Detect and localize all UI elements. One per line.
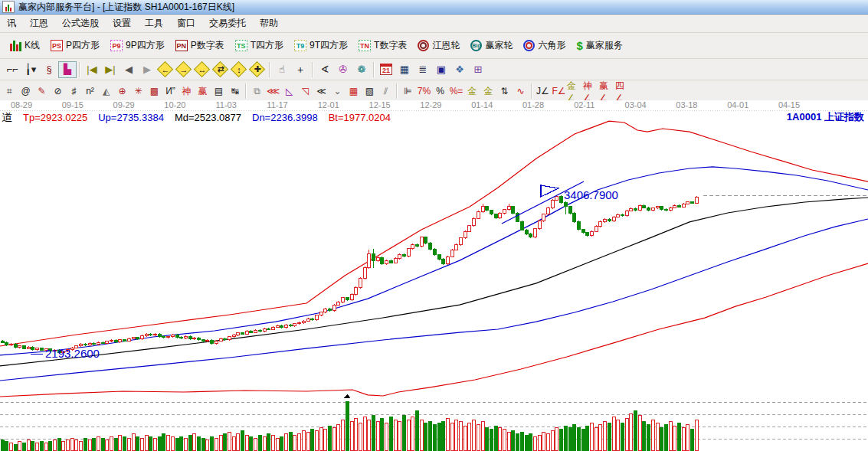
last-bar-icon[interactable]: ▶| (101, 61, 120, 78)
menu-news[interactable]: 讯 (0, 15, 23, 32)
swap-bars-icon[interactable]: ⇄ (211, 61, 230, 78)
tool-9p-square-label: 9P四方形 (126, 39, 165, 52)
tool-9p-square[interactable]: P99P四方形 (105, 36, 170, 55)
shen-tool-icon[interactable]: 神 (179, 84, 195, 99)
flag-pen-icon[interactable]: ⇅ (496, 84, 513, 99)
title-bar[interactable]: 赢家内部服务平台] - [上证指数 SH1A0001-167日K线] (0, 0, 868, 15)
star-cross-icon[interactable]: ✳ (130, 84, 146, 99)
k-wave-icon[interactable]: И” (162, 84, 179, 99)
tool-p-square-icon: PS (51, 40, 63, 51)
percent-icon[interactable]: % (432, 84, 448, 99)
save-icon[interactable]: ▣ (432, 61, 450, 78)
slashes-icon[interactable]: ⫽ (378, 84, 394, 99)
angle-flag-icon[interactable]: ◭ (98, 84, 114, 99)
tool-winner-service[interactable]: $赢家服务 (571, 36, 627, 55)
pivot-low-label: 2193.2600 (45, 347, 100, 360)
menu-gann[interactable]: 江恩 (23, 15, 55, 32)
ladder-lines-icon[interactable]: ⊫ (400, 84, 416, 99)
ying-tool-icon[interactable]: 赢 (195, 84, 211, 99)
magic-tool-icon[interactable]: ✇ (334, 61, 352, 78)
spiral-icon[interactable]: @ (18, 84, 34, 99)
brush-icon[interactable]: ✎ (34, 84, 50, 99)
indicator-value: Md=2523.0877 (175, 112, 241, 123)
tool-t-number-table[interactable]: TNT数字表 (353, 36, 412, 55)
grid-arrow-icon[interactable]: ▨ (362, 84, 378, 99)
tool-gann-wheel[interactable]: 江恩轮 (412, 36, 465, 55)
percent-strike-icon[interactable]: 7% (416, 84, 432, 99)
menu-help[interactable]: 帮助 (253, 15, 285, 32)
tool-9p-square-icon: P9 (110, 40, 123, 51)
fan-rays-icon[interactable]: ⋘ (265, 84, 281, 99)
pan-left-icon[interactable]: ← (156, 61, 175, 78)
circle-cross-icon[interactable]: ⊕ (114, 84, 130, 99)
grid-red-icon[interactable]: ▦ (346, 84, 362, 99)
angle-measure-icon[interactable]: ∢ (316, 61, 334, 78)
wave-chart-icon[interactable]: ⌐⌐ (3, 61, 21, 78)
notes-icon[interactable]: ≣ (414, 61, 432, 78)
volume-peak-marker (344, 394, 351, 398)
next-bar-icon[interactable]: ▶ (138, 61, 156, 78)
indicator-value: Tp=2923.0225 (23, 112, 87, 123)
date-tick-label: 11-03 (216, 100, 237, 109)
navigation-toolbar: ⌐⌐╽▾§▙|◀▶|◀▶←→↔⇄↕✚☝＋∢✇❁21▦≣▣❖⊞ (0, 59, 868, 80)
stretch-vertical-icon[interactable]: ↕ (230, 61, 248, 78)
gold-circle-icon[interactable]: 金 (464, 84, 480, 99)
calculator-icon[interactable]: ▦ (395, 61, 414, 78)
first-bar-icon[interactable]: |◀ (83, 61, 101, 78)
ruler-comb-icon[interactable]: ⌗ (2, 84, 18, 99)
date-tick-label: 01-14 (471, 100, 493, 109)
tool-p-square[interactable]: PSP四方形 (45, 36, 105, 55)
n-squared-icon[interactable]: n² (82, 84, 98, 99)
fan-ying-icon[interactable]: 赢∠ (599, 84, 615, 99)
fan-shen-icon[interactable]: 神∠ (583, 84, 599, 99)
expand-all-icon[interactable]: ✚ (248, 61, 267, 78)
tool-t-square[interactable]: TST四方形 (230, 36, 289, 55)
pivot-high-label: 3406.7900 (564, 188, 618, 201)
fan-f-icon[interactable]: F∠ (551, 84, 567, 99)
calendar-icon[interactable]: 21 (377, 61, 395, 78)
tool-winner-service-icon: $ (576, 39, 582, 52)
fan-si-icon[interactable]: 四∠ (615, 84, 631, 99)
fan-gold-icon[interactable]: 金∠ (567, 84, 583, 99)
menu-tools[interactable]: 工具 (138, 15, 170, 32)
spiral-shell-icon[interactable]: ❁ (352, 61, 371, 78)
pattern-tool-icon[interactable]: § (40, 61, 58, 78)
pan-right-icon[interactable]: → (175, 61, 193, 78)
prev-bar-icon[interactable]: ◀ (120, 61, 138, 78)
menu-formula-stock-pick[interactable]: 公式选股 (55, 15, 106, 32)
histogram-tool-icon[interactable]: ▙ (58, 61, 77, 78)
tool-9t-square[interactable]: T99T四方形 (289, 36, 353, 55)
percent-lines-icon[interactable]: %= (448, 84, 464, 99)
a-wave-icon[interactable]: ∿ (513, 84, 529, 99)
ruler-123-icon[interactable]: ▤ (211, 84, 227, 99)
tool-kline[interactable]: K线 (5, 36, 45, 55)
chart-area[interactable]: 3406.79002193.260008-2909-1509-2910-2011… (0, 100, 868, 451)
kline-chart-canvas[interactable]: 3406.79002193.260008-2909-1509-2910-2011… (0, 100, 868, 451)
tool-p-number-table[interactable]: PNP数字表 (170, 36, 230, 55)
menu-trade-order[interactable]: 交易委托 (202, 15, 253, 32)
hand-tool-icon[interactable]: ☝ (273, 61, 291, 78)
fan-j-icon[interactable]: J∠ (535, 84, 551, 99)
fan-box-red-icon[interactable]: ◹ (297, 84, 313, 99)
box-select-icon[interactable]: ⧉ (249, 84, 265, 99)
tool-hexagon[interactable]: 六角形 (518, 36, 571, 55)
span-arrows-icon[interactable]: ↹ (227, 84, 243, 99)
menu-settings[interactable]: 设置 (106, 15, 138, 32)
tool-winner-wheel[interactable]: Big赢家轮 (465, 36, 518, 55)
order-terminal-icon[interactable]: ⊞ (469, 61, 487, 78)
v-dots-icon[interactable]: ⌄ (329, 84, 346, 99)
tool-winner-service-label: 赢家服务 (586, 39, 623, 52)
tool-hexagon-label: 六角形 (538, 39, 565, 52)
circle-divisions-icon[interactable]: ⊘ (50, 84, 66, 99)
grid-cross-icon[interactable]: ▩ (146, 84, 162, 99)
crosshair-tool-icon[interactable]: ＋ (291, 61, 310, 78)
menu-window[interactable]: 窗口 (170, 15, 202, 32)
network-download-icon[interactable]: ❖ (450, 61, 469, 78)
gold-lines-icon[interactable]: 金 (480, 84, 496, 99)
fan-box-purple-icon[interactable]: ◺ (281, 84, 297, 99)
gann-fan-icon[interactable]: ≪ (313, 84, 329, 99)
expand-bars-icon[interactable]: ↔ (193, 61, 211, 78)
toolbar-separator (373, 62, 375, 77)
comb-icon[interactable]: ♯ (66, 84, 82, 99)
candle-style-icon[interactable]: ╽▾ (21, 61, 40, 78)
